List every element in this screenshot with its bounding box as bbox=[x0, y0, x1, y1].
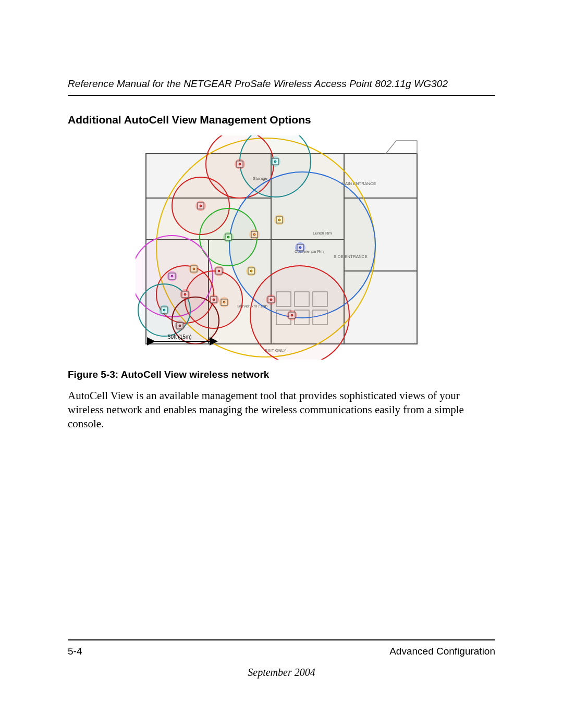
footer-date: September 2004 bbox=[68, 667, 495, 678]
access-point-icon bbox=[274, 215, 285, 225]
svg-point-38 bbox=[250, 270, 252, 272]
svg-point-14 bbox=[200, 205, 202, 207]
autocell-floorplan-figure: Conference Rm Lunch Rm Storage Server Rm… bbox=[136, 135, 427, 360]
access-point-icon bbox=[180, 289, 190, 300]
coverage-circle bbox=[250, 266, 349, 360]
access-point-icon bbox=[223, 232, 234, 242]
access-point-icon bbox=[235, 159, 245, 169]
svg-point-11 bbox=[274, 161, 276, 163]
running-header: Reference Manual for the NETGEAR ProSafe… bbox=[68, 78, 495, 96]
page-footer: 5-4 Advanced Configuration September 200… bbox=[68, 639, 495, 678]
access-point-icon bbox=[295, 242, 305, 253]
svg-point-47 bbox=[213, 299, 215, 301]
svg-point-8 bbox=[239, 163, 241, 165]
access-point-icon bbox=[167, 271, 177, 281]
access-point-icon bbox=[270, 156, 280, 167]
svg-point-44 bbox=[184, 293, 186, 295]
svg-point-56 bbox=[270, 299, 272, 301]
footer-section-name: Advanced Configuration bbox=[389, 646, 495, 657]
access-point-icon bbox=[219, 297, 229, 307]
document-page: Reference Manual for the NETGEAR ProSafe… bbox=[0, 0, 563, 728]
svg-point-41 bbox=[163, 309, 165, 311]
svg-point-17 bbox=[278, 219, 280, 221]
footer-page-number: 5-4 bbox=[68, 646, 82, 657]
access-point-icon bbox=[209, 294, 219, 305]
svg-point-32 bbox=[193, 268, 195, 270]
svg-point-20 bbox=[227, 236, 229, 238]
body-paragraph: AutoCell View is an available management… bbox=[68, 389, 495, 431]
access-point-icon bbox=[175, 320, 185, 331]
access-point-icon bbox=[214, 266, 224, 276]
access-point-icon bbox=[246, 266, 256, 276]
access-point-icon bbox=[287, 310, 297, 320]
svg-point-59 bbox=[291, 314, 293, 316]
svg-point-26 bbox=[299, 246, 301, 249]
svg-point-29 bbox=[171, 275, 173, 277]
access-point-icon bbox=[195, 201, 206, 211]
access-point-icon bbox=[159, 305, 169, 315]
access-point-icon bbox=[189, 264, 199, 274]
figure-container: Conference Rm Lunch Rm Storage Server Rm… bbox=[68, 135, 495, 360]
access-point-icon bbox=[249, 229, 260, 240]
figure-caption: Figure 5-3: AutoCell View wireless netwo… bbox=[68, 369, 495, 380]
svg-point-53 bbox=[223, 301, 225, 303]
section-heading: Additional AutoCell View Management Opti… bbox=[68, 114, 495, 126]
access-point-icon bbox=[266, 294, 276, 305]
svg-point-50 bbox=[179, 325, 181, 327]
svg-point-35 bbox=[218, 270, 220, 272]
svg-point-23 bbox=[253, 233, 255, 236]
scale-label: 50ft (15m) bbox=[168, 334, 192, 340]
